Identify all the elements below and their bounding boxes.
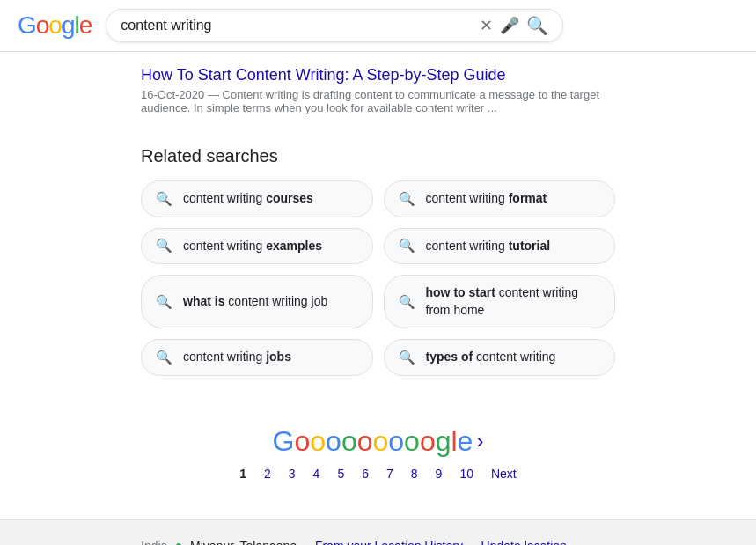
search-icon: 🔍 bbox=[526, 15, 548, 36]
related-item-types[interactable]: 🔍 types of content writing bbox=[384, 339, 616, 376]
related-searches-grid: 🔍 content writing courses 🔍 content writ… bbox=[141, 180, 615, 376]
page-2[interactable]: 2 bbox=[257, 463, 278, 484]
india-label: India bbox=[141, 539, 167, 545]
page-4[interactable]: 4 bbox=[306, 463, 327, 484]
page-numbers: 1 2 3 4 5 6 7 8 9 10 Next bbox=[232, 463, 524, 484]
related-item-label: content writing tutorial bbox=[426, 238, 551, 255]
page-8[interactable]: 8 bbox=[404, 463, 425, 484]
update-location-link[interactable]: Update location bbox=[481, 539, 567, 545]
related-item-tutorial[interactable]: 🔍 content writing tutorial bbox=[384, 228, 616, 265]
related-item-label: how to start content writing from home bbox=[426, 284, 601, 319]
page-10[interactable]: 10 bbox=[452, 463, 481, 484]
page-5[interactable]: 5 bbox=[330, 463, 351, 484]
search-icon: 🔍 bbox=[399, 350, 415, 365]
footer-location: India ● Miyapur, Telangana - From your L… bbox=[141, 531, 615, 545]
result-title-link[interactable]: How To Start Content Writing: A Step-by-… bbox=[141, 66, 615, 85]
next-link[interactable]: Next bbox=[484, 463, 524, 484]
related-searches-section: Related searches 🔍 content writing cours… bbox=[141, 139, 615, 397]
search-input[interactable] bbox=[121, 18, 473, 33]
related-item-examples[interactable]: 🔍 content writing examples bbox=[141, 228, 373, 265]
search-button[interactable]: 🔍 bbox=[526, 15, 548, 36]
search-icon: 🔍 bbox=[156, 238, 172, 254]
related-item-format[interactable]: 🔍 content writing format bbox=[384, 180, 616, 217]
related-item-label: types of content writing bbox=[426, 349, 556, 366]
related-item-what-is-job[interactable]: 🔍 what is content writing job bbox=[141, 275, 373, 328]
related-item-label: content writing jobs bbox=[183, 349, 291, 366]
related-item-jobs[interactable]: 🔍 content writing jobs bbox=[141, 339, 373, 376]
page-9[interactable]: 9 bbox=[429, 463, 450, 484]
location-separator2: - bbox=[470, 539, 474, 545]
search-bar: ✕ 🎤 🔍 bbox=[106, 9, 563, 42]
search-icon: 🔍 bbox=[399, 294, 415, 310]
search-icon: 🔍 bbox=[399, 191, 415, 207]
search-icon: 🔍 bbox=[156, 191, 172, 207]
related-item-label: what is content writing job bbox=[183, 293, 327, 311]
location-name: Miyapur, Telangana bbox=[190, 539, 297, 545]
header: Google ✕ 🎤 🔍 bbox=[0, 0, 756, 52]
page-1[interactable]: 1 bbox=[232, 463, 253, 484]
search-icon: 🔍 bbox=[156, 350, 172, 365]
mic-icon: 🎤 bbox=[500, 16, 519, 35]
result-snippet: How To Start Content Writing: A Step-by-… bbox=[141, 52, 615, 139]
result-meta: 16-Oct-2020 — Content writing is draftin… bbox=[141, 88, 615, 114]
related-searches-heading: Related searches bbox=[141, 146, 615, 166]
mic-button[interactable]: 🎤 bbox=[500, 16, 519, 35]
related-item-how-to-start[interactable]: 🔍 how to start content writing from home bbox=[384, 275, 616, 328]
pagination: Gooooooooogle › 1 2 3 4 5 6 7 8 9 10 Nex… bbox=[141, 397, 615, 519]
related-item-label: content writing courses bbox=[183, 190, 313, 208]
next-chevron-icon: › bbox=[476, 429, 483, 453]
page-6[interactable]: 6 bbox=[355, 463, 376, 484]
main-content: How To Start Content Writing: A Step-by-… bbox=[0, 52, 756, 519]
search-icon: 🔍 bbox=[156, 294, 172, 310]
google-logo[interactable]: Google bbox=[18, 11, 92, 40]
related-item-label: content writing format bbox=[426, 190, 547, 208]
related-item-label: content writing examples bbox=[183, 238, 322, 255]
page-3[interactable]: 3 bbox=[282, 463, 303, 484]
footer: India ● Miyapur, Telangana - From your L… bbox=[0, 519, 756, 545]
location-separator: - bbox=[304, 539, 308, 545]
location-dot: ● bbox=[174, 538, 183, 545]
clear-icon[interactable]: ✕ bbox=[480, 16, 493, 35]
pagination-logo: Gooooooooogle › bbox=[273, 425, 484, 458]
related-item-courses[interactable]: 🔍 content writing courses bbox=[141, 180, 373, 217]
search-icon: 🔍 bbox=[399, 238, 415, 254]
page-7[interactable]: 7 bbox=[379, 463, 400, 484]
result-date: 16-Oct-2020 bbox=[141, 88, 204, 101]
location-history-link[interactable]: From your Location History bbox=[315, 539, 463, 545]
